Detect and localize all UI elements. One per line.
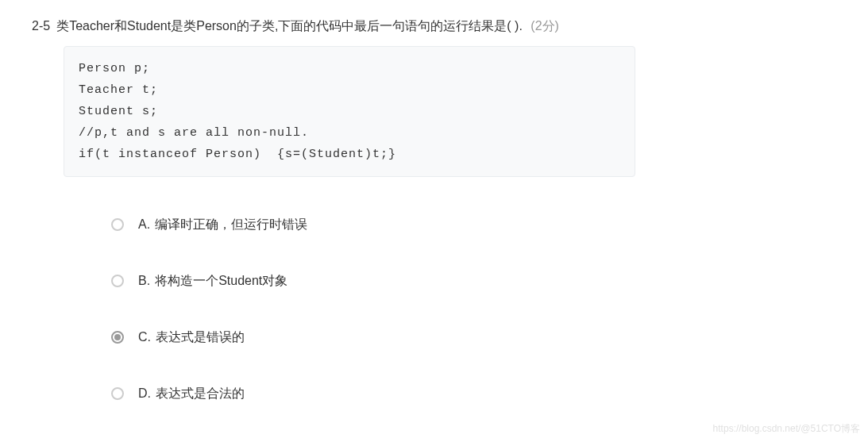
watermark: https://blog.csdn.net/@51CTO博客 — [713, 422, 860, 436]
option-d[interactable]: D. 表达式是合法的 — [111, 386, 836, 402]
radio-a[interactable] — [111, 218, 124, 231]
radio-c[interactable] — [111, 331, 124, 344]
question-header: 2-5类Teacher和Student是类Person的子类,下面的代码中最后一… — [32, 16, 836, 37]
question-text: 类Teacher和Student是类Person的子类,下面的代码中最后一句语句… — [56, 19, 523, 33]
option-b[interactable]: B. 将构造一个Student对象 — [111, 273, 836, 290]
option-c[interactable]: C. 表达式是错误的 — [111, 329, 836, 346]
option-label: C. — [138, 330, 151, 344]
option-text: 表达式是错误的 — [156, 329, 245, 346]
code-block: Person p; Teacher t; Student s; //p,t an… — [64, 46, 635, 177]
question-number: 2-5 — [32, 19, 50, 33]
options-container: A. 编译时正确，但运行时错误 B. 将构造一个Student对象 C. 表达式… — [111, 217, 836, 402]
question-points: (2分) — [530, 19, 559, 33]
radio-d[interactable] — [111, 387, 124, 400]
option-label: B. — [138, 274, 150, 288]
option-label: A. — [138, 217, 150, 232]
option-label: D. — [138, 386, 151, 401]
radio-b[interactable] — [111, 275, 124, 287]
option-text: 编译时正确，但运行时错误 — [155, 217, 307, 233]
option-text: 将构造一个Student对象 — [155, 273, 287, 290]
option-a[interactable]: A. 编译时正确，但运行时错误 — [111, 217, 836, 233]
option-text: 表达式是合法的 — [156, 386, 245, 402]
